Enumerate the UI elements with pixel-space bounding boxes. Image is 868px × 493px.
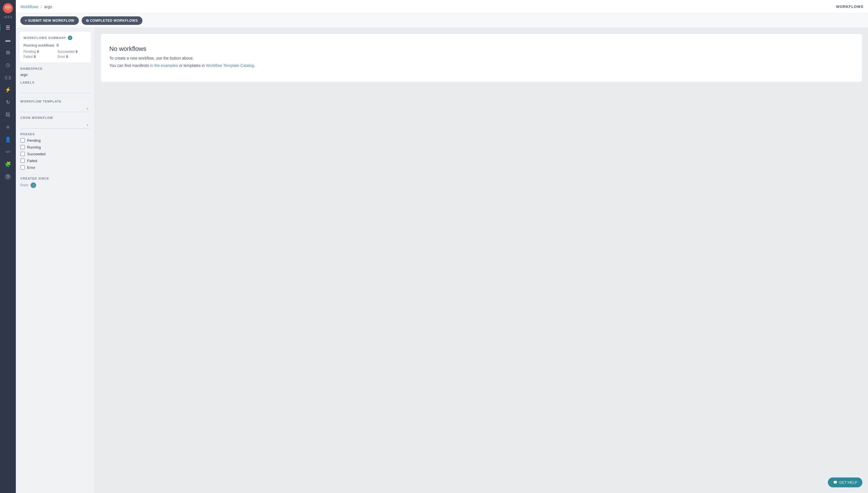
phase-error-checkbox[interactable] [20, 165, 25, 170]
labels-input-container [20, 86, 90, 93]
content-area: WORKFLOWS SUMMARY i Running workflows 0 … [16, 28, 868, 493]
sidebar-item-sensors[interactable]: ((·)) [2, 72, 14, 83]
labels-label: LABELS [20, 81, 90, 84]
phase-error[interactable]: Error [20, 165, 90, 170]
namespace-filter: NAMESPACE argo [19, 67, 91, 77]
completed-workflows-button[interactable]: ⧉ COMPLETED WORKFLOWS [82, 16, 142, 25]
api-icon: </> [5, 150, 10, 154]
history-icon: ◷ [6, 62, 10, 68]
no-workflows-title: No workflows [109, 45, 853, 52]
sidebar-item-workflows[interactable]: ▬ [2, 35, 14, 46]
page-title: WORKFLOWS [836, 4, 864, 9]
svg-point-5 [9, 7, 10, 8]
workflow-template-input[interactable] [20, 105, 90, 112]
examples-link[interactable]: in the examples [150, 63, 178, 68]
phase-failed-label: Failed [27, 159, 37, 163]
cron-workflow-dropdown-icon: ▼ [86, 124, 89, 127]
summary-info-icon[interactable]: i [68, 36, 73, 40]
help-sidebar-icon: ? [5, 174, 11, 180]
sidebar-item-history[interactable]: ◷ [2, 59, 14, 70]
logs-icon: ≡ [6, 124, 9, 130]
summary-title: WORKFLOWS SUMMARY i [23, 36, 87, 40]
breadcrumb-current: argo [44, 4, 52, 9]
phase-succeeded-checkbox[interactable] [20, 152, 25, 156]
workflow-template-label: WORKFLOW TEMPLATE [20, 100, 90, 103]
breadcrumb: Workflows / argo [20, 4, 52, 9]
action-bar: + SUBMIT NEW WORKFLOW ⧉ COMPLETED WORKFL… [16, 14, 868, 28]
svg-point-4 [6, 7, 7, 8]
menu-icon: ☰ [6, 25, 10, 31]
stats-grid: Pending 0 Succeeded 0 Failed 0 Error 0 [23, 50, 87, 59]
phase-succeeded[interactable]: Succeeded [20, 152, 90, 156]
sidebar-item-plugins[interactable]: 🧩 [2, 159, 14, 170]
cron-workflow-label: CRON WORKFLOW [20, 116, 90, 120]
namespace-label: NAMESPACE [20, 67, 90, 70]
cron-workflow-input[interactable] [20, 122, 90, 128]
labels-filter: LABELS [19, 81, 91, 93]
sidebar-item-api[interactable]: </> [2, 146, 14, 157]
sidebar-item-user[interactable]: 👤 [2, 134, 14, 145]
phase-succeeded-label: Succeeded [27, 152, 45, 156]
pipelines-icon: ⊞ [6, 49, 10, 56]
phase-error-label: Error [27, 166, 35, 170]
catalog-link[interactable]: Workflow Template Catalog [206, 63, 254, 68]
webhooks-icon: ↻ [6, 99, 10, 105]
summary-card: WORKFLOWS SUMMARY i Running workflows 0 … [19, 31, 91, 63]
links-icon: ⛓ [5, 112, 11, 118]
main-wrapper: Workflows / argo WORKFLOWS + SUBMIT NEW … [16, 0, 868, 493]
no-workflows-desc1: To create a new workflow, use the button… [109, 56, 853, 60]
no-workflows-desc2: You can find manifests in the examples o… [109, 63, 853, 68]
submit-workflow-button[interactable]: + SUBMIT NEW WORKFLOW [20, 16, 79, 25]
created-since-row: From i [20, 183, 90, 188]
phase-pending-checkbox[interactable] [20, 138, 25, 143]
sidebar-item-help[interactable]: ? [2, 171, 14, 183]
workflows-icon: ▬ [5, 37, 11, 43]
left-panel: WORKFLOWS SUMMARY i Running workflows 0 … [16, 28, 95, 493]
sidebar-item-flash[interactable]: ⚡ [2, 84, 14, 95]
main-panel: No workflows To create a new workflow, u… [95, 28, 868, 493]
breadcrumb-separator: / [41, 4, 42, 9]
sensors-icon: ((·)) [5, 75, 11, 80]
running-label: Running workflows [23, 43, 54, 47]
phase-failed[interactable]: Failed [20, 158, 90, 163]
no-workflows-desc2-mid: or templates in [178, 63, 206, 68]
phase-running[interactable]: Running [20, 145, 90, 149]
no-workflows-desc2-prefix: You can find manifests [109, 63, 150, 68]
phase-running-checkbox[interactable] [20, 145, 25, 149]
phase-pending-label: Pending [27, 138, 41, 143]
svg-point-1 [5, 5, 11, 10]
cron-workflow-filter: CRON WORKFLOW ▼ [19, 116, 91, 128]
breadcrumb-workflows[interactable]: Workflows [20, 4, 38, 9]
created-since-filter: CREATED SINCE From i [19, 177, 91, 188]
workflow-template-dropdown-icon: ▼ [86, 107, 89, 110]
failed-stat: Failed 0 [23, 55, 53, 59]
running-count: 0 [57, 43, 59, 47]
phases-label: PHASES [20, 132, 90, 136]
workflow-template-input-container: ▼ [20, 105, 90, 112]
created-since-label: CREATED SINCE [20, 177, 90, 180]
topbar: Workflows / argo WORKFLOWS [16, 0, 868, 14]
sidebar-item-menu[interactable]: ☰ [2, 22, 14, 33]
no-workflows-desc2-suffix: . [254, 63, 255, 68]
app-version: v3.5.4 [4, 16, 12, 19]
phase-pending[interactable]: Pending [20, 138, 90, 143]
plugins-icon: 🧩 [5, 161, 11, 168]
get-help-button[interactable]: 💬 GET HELP [828, 477, 862, 487]
help-chat-icon: 💬 [833, 480, 838, 485]
phase-failed-checkbox[interactable] [20, 158, 25, 163]
sidebar-item-links[interactable]: ⛓ [2, 109, 14, 120]
error-stat: Error 0 [58, 55, 87, 59]
labels-input[interactable] [20, 86, 90, 93]
no-workflows-card: No workflows To create a new workflow, u… [101, 34, 862, 82]
flash-icon: ⚡ [5, 87, 11, 93]
running-row: Running workflows 0 [23, 43, 87, 47]
sidebar-item-logs[interactable]: ≡ [2, 122, 14, 133]
pending-stat: Pending 0 [23, 50, 53, 53]
app-logo [3, 3, 13, 15]
sidebar-item-pipelines[interactable]: ⊞ [2, 47, 14, 58]
from-info-icon[interactable]: i [30, 183, 36, 188]
cron-workflow-input-container: ▼ [20, 122, 90, 128]
succeeded-stat: Succeeded 0 [58, 50, 87, 53]
sidebar-item-webhooks[interactable]: ↻ [2, 97, 14, 108]
workflow-template-filter: WORKFLOW TEMPLATE ▼ [19, 100, 91, 112]
